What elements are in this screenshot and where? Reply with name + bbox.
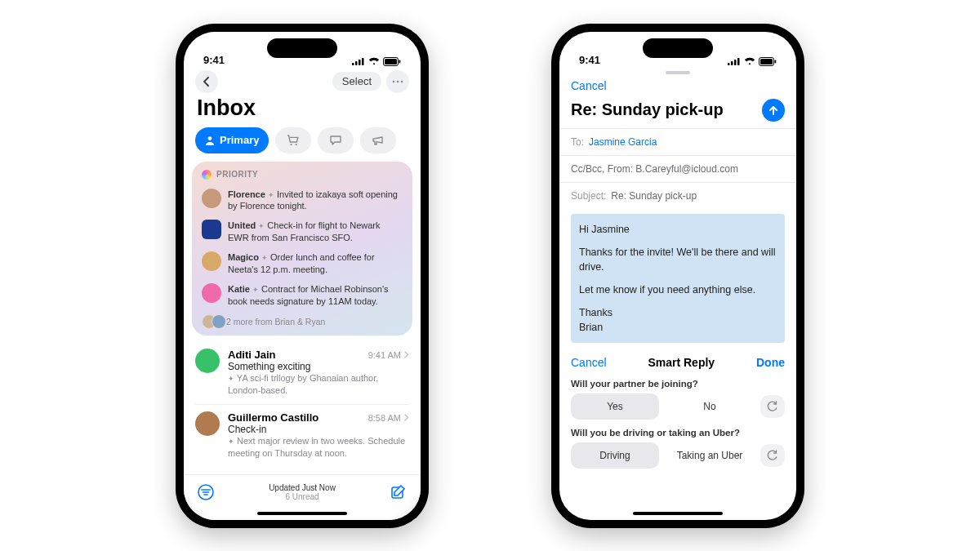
cart-icon: [287, 135, 300, 146]
message-sender: Guillermo Castillo: [228, 411, 318, 424]
priority-item[interactable]: Katie ✦ Contract for Michael Robinson's …: [200, 279, 404, 311]
home-indicator[interactable]: [633, 512, 723, 515]
svg-rect-5: [385, 59, 397, 64]
message-sender: Aditi Jain: [228, 349, 276, 361]
ai-badge-icon: ✦: [261, 254, 268, 262]
svg-rect-1: [355, 61, 358, 65]
tab-primary-label: Primary: [220, 134, 259, 146]
arrow-up-icon: [768, 104, 779, 116]
dynamic-island: [643, 38, 713, 58]
ccbcc-from-field[interactable]: Cc/Bcc, From: B.Careyful@icloud.com: [559, 155, 796, 182]
smart-reply-cancel[interactable]: Cancel: [571, 356, 607, 369]
home-indicator[interactable]: [257, 512, 347, 515]
svg-rect-3: [362, 58, 364, 65]
body-line: Brian: [579, 320, 777, 335]
svg-rect-6: [399, 60, 401, 63]
status-time: 9:41: [579, 54, 600, 66]
footer-unread: 6 Unread: [269, 492, 336, 501]
megaphone-icon: [372, 135, 385, 146]
body-line: Hi Jasmine: [579, 222, 777, 237]
body-line: Thanks: [579, 305, 777, 320]
tab-shopping[interactable]: [275, 127, 311, 153]
battery-icon: [759, 57, 777, 66]
footer-status: Updated Just Now: [269, 483, 336, 492]
send-button[interactable]: [762, 99, 785, 122]
message-subject: Something exciting: [228, 361, 409, 372]
avatar: [202, 283, 221, 303]
more-button[interactable]: [386, 70, 409, 93]
svg-rect-2: [359, 60, 361, 65]
priority-sender: Katie: [228, 284, 250, 294]
ellipsis-icon: [392, 80, 403, 83]
status-icons: [352, 57, 401, 66]
regenerate-button[interactable]: [760, 395, 785, 418]
ai-badge-icon: ✦: [228, 375, 234, 383]
email-body[interactable]: Hi Jasmine Thanks for the invite! We'll …: [571, 214, 785, 344]
priority-item[interactable]: Magico ✦ Order lunch and coffee for Neet…: [200, 247, 404, 279]
category-tabs: Primary: [184, 127, 421, 162]
cancel-button[interactable]: Cancel: [571, 79, 607, 92]
ai-badge-icon: ✦: [258, 222, 265, 230]
message-time: 9:41 AM: [368, 350, 409, 360]
to-field[interactable]: To: Jasmine Garcia: [559, 128, 796, 155]
status-time: 9:41: [203, 54, 225, 66]
refresh-icon: [767, 401, 778, 412]
message-preview: YA sci-fi trilogy by Ghanaian author, Lo…: [228, 373, 378, 395]
ccbcc-from-value: Cc/Bcc, From: B.Careyful@icloud.com: [571, 163, 738, 175]
priority-card[interactable]: PRIORITY Florence ✦ Invited to izakaya s…: [192, 162, 412, 336]
smart-reply-options: Yes No: [559, 389, 796, 420]
option-driving[interactable]: Driving: [571, 442, 659, 469]
option-uber[interactable]: Taking an Uber: [666, 442, 754, 469]
avatar: [202, 189, 221, 208]
ai-badge-icon: ✦: [252, 286, 259, 294]
svg-rect-15: [728, 63, 730, 65]
priority-item[interactable]: United ✦ Check-in for flight to Newark E…: [200, 216, 404, 247]
person-icon: [205, 136, 215, 145]
chevron-right-icon: [404, 351, 409, 358]
refresh-icon: [767, 450, 778, 461]
priority-item[interactable]: Florence ✦ Invited to izakaya soft openi…: [200, 184, 404, 216]
tab-primary[interactable]: Primary: [195, 127, 269, 153]
message-row[interactable]: Aditi Jain 9:41 AM Something exciting ✦ …: [195, 342, 409, 405]
priority-sender: United: [228, 220, 256, 230]
option-yes[interactable]: Yes: [571, 393, 659, 420]
priority-more[interactable]: 2 more from Brian & Ryan: [200, 311, 404, 329]
tab-social[interactable]: [318, 127, 354, 153]
subject-value: Re: Sunday pick-up: [611, 190, 697, 202]
avatar: [212, 314, 226, 329]
smart-reply-options: Driving Taking an Uber: [559, 438, 796, 469]
message-list: Aditi Jain 9:41 AM Something exciting ✦ …: [184, 342, 421, 467]
smart-reply-question: Will your partner be joining?: [559, 379, 796, 389]
filter-button[interactable]: [197, 483, 215, 501]
page-title: Inbox: [184, 96, 421, 127]
message-row[interactable]: Guillermo Castillo 8:58 AM Check-in ✦ Ne…: [195, 405, 409, 467]
sparkle-icon: [202, 170, 212, 180]
ai-badge-icon: ✦: [228, 438, 234, 446]
svg-point-9: [401, 80, 403, 82]
svg-point-8: [397, 80, 399, 82]
to-label: To:: [571, 136, 584, 148]
phone-right: 9:41 Cancel Re: Sunday pick-up To: Jasmi…: [551, 24, 804, 528]
cellular-icon: [728, 57, 741, 65]
priority-more-label: 2 more from Brian & Ryan: [226, 317, 325, 327]
dynamic-island: [267, 38, 337, 58]
regenerate-button[interactable]: [760, 444, 785, 467]
compose-button[interactable]: [390, 483, 408, 501]
avatar: [202, 251, 221, 271]
tab-promotions[interactable]: [360, 127, 396, 153]
avatar: [195, 349, 220, 373]
svg-rect-20: [760, 59, 773, 64]
option-no[interactable]: No: [666, 393, 754, 420]
compose-title: Re: Sunday pick-up: [571, 100, 724, 119]
wifi-icon: [744, 57, 755, 65]
svg-rect-0: [352, 63, 354, 65]
priority-sender: Florence: [228, 189, 265, 199]
back-button[interactable]: [195, 70, 218, 93]
svg-rect-18: [737, 58, 740, 65]
select-button[interactable]: Select: [332, 72, 381, 91]
smart-reply-question: Will you be driving or taking an Uber?: [559, 428, 796, 438]
message-preview: Next major review in two weeks. Schedule…: [228, 436, 405, 458]
message-subject: Check-in: [228, 424, 409, 435]
subject-field[interactable]: Subject: Re: Sunday pick-up: [559, 182, 796, 209]
smart-reply-done[interactable]: Done: [756, 356, 785, 369]
